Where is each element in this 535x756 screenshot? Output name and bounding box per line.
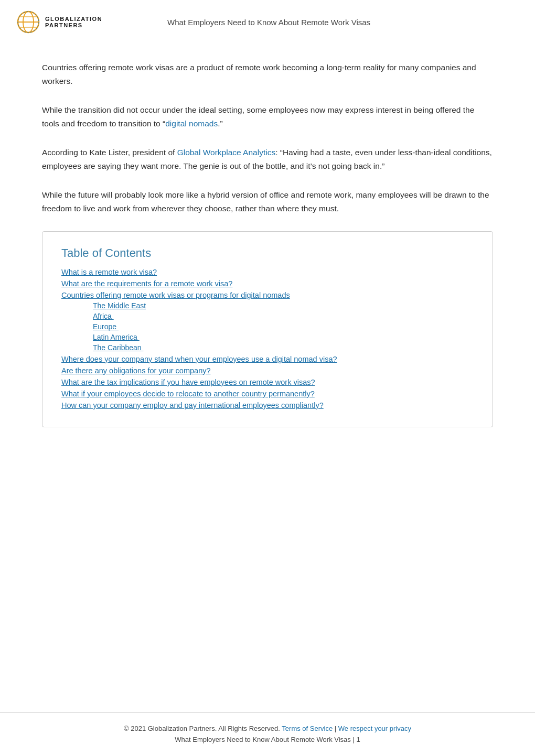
toc-sublink-europe[interactable]: Europe (93, 322, 119, 331)
paragraph-1: Countries offering remote work visas are… (42, 61, 493, 88)
paragraph-4-text: While the future will probably look more… (42, 190, 489, 213)
privacy-link[interactable]: We respect your privacy (338, 725, 411, 732)
paragraph-3: According to Kate Lister, president of G… (42, 146, 493, 172)
digital-nomads-link[interactable]: digital nomads (165, 119, 218, 128)
toc-item-1: What is a remote work visa? (61, 267, 474, 277)
toc-sublink-middle-east[interactable]: The Middle East (93, 301, 146, 310)
toc-link-6[interactable]: What are the tax implications if you hav… (61, 378, 315, 386)
logo-line2: PARTNERS (45, 22, 102, 28)
toc-subitem-europe: Europe (93, 322, 474, 331)
logo-line1: GLOBALIZATION (45, 16, 102, 22)
header: GLOBALIZATION PARTNERS What Employers Ne… (0, 0, 535, 40)
logo-area: GLOBALIZATION PARTNERS (16, 9, 102, 35)
toc-link-8[interactable]: How can your company employ and pay inte… (61, 401, 324, 409)
paragraph-2-text-after: .” (218, 119, 222, 128)
paragraph-3-text-before: According to Kate Lister, president of (42, 148, 177, 157)
terms-of-service-link[interactable]: Terms of Service (282, 725, 333, 732)
main-content: Countries offering remote work visas are… (0, 40, 535, 712)
toc-subitem-caribbean: The Caribbean (93, 343, 474, 352)
toc-item-4: Where does your company stand when your … (61, 354, 474, 364)
toc-sublist: The Middle East Africa Europe Latin Amer… (61, 301, 474, 352)
page-wrapper: GLOBALIZATION PARTNERS What Employers Ne… (0, 0, 535, 756)
toc-subitem-middle-east: The Middle East (93, 301, 474, 310)
toc-subitem-africa: Africa (93, 311, 474, 321)
toc-link-7[interactable]: What if your employees decide to relocat… (61, 390, 315, 398)
toc-link-3[interactable]: Countries offering remote work visas or … (61, 291, 290, 299)
paragraph-1-text: Countries offering remote work visas are… (42, 63, 476, 85)
toc-item-2: What are the requirements for a remote w… (61, 279, 474, 288)
toc-item-6: What are the tax implications if you hav… (61, 377, 474, 387)
footer: © 2021 Globalization Partners. All Right… (0, 712, 535, 756)
toc-link-2[interactable]: What are the requirements for a remote w… (61, 279, 232, 288)
toc-item-3: Countries offering remote work visas or … (61, 290, 474, 352)
toc-title: Table of Contents (61, 246, 474, 260)
logo-text: GLOBALIZATION PARTNERS (45, 16, 102, 28)
toc-link-5[interactable]: Are there any obligations for your compa… (61, 366, 211, 375)
toc-item-5: Are there any obligations for your compa… (61, 366, 474, 375)
toc-list: What is a remote work visa? What are the… (61, 267, 474, 410)
footer-separator: | (335, 725, 338, 732)
toc-item-7: What if your employees decide to relocat… (61, 389, 474, 398)
toc-subitem-latin-america: Latin America (93, 332, 474, 342)
footer-copyright: © 2021 Globalization Partners. All Right… (124, 725, 280, 732)
toc-link-1[interactable]: What is a remote work visa? (61, 268, 157, 276)
globalization-partners-logo-icon (16, 9, 41, 35)
paragraph-2-text-before: While the transition did not occur under… (42, 105, 474, 128)
toc-sublink-latin-america[interactable]: Latin America (93, 333, 140, 341)
footer-page-label: What Employers Need to Know About Remote… (175, 736, 360, 743)
toc-link-4[interactable]: Where does your company stand when your … (61, 355, 337, 363)
global-workplace-analytics-link[interactable]: Global Workplace Analytics (177, 148, 276, 157)
toc-sublink-caribbean[interactable]: The Caribbean (93, 343, 144, 352)
footer-text: © 2021 Globalization Partners. All Right… (42, 723, 493, 746)
table-of-contents: Table of Contents What is a remote work … (42, 231, 493, 427)
page-title: What Employers Need to Know About Remote… (102, 18, 519, 27)
paragraph-2: While the transition did not occur under… (42, 103, 493, 130)
toc-sublink-africa[interactable]: Africa (93, 312, 114, 320)
paragraph-4: While the future will probably look more… (42, 188, 493, 215)
toc-item-8: How can your company employ and pay inte… (61, 401, 474, 410)
